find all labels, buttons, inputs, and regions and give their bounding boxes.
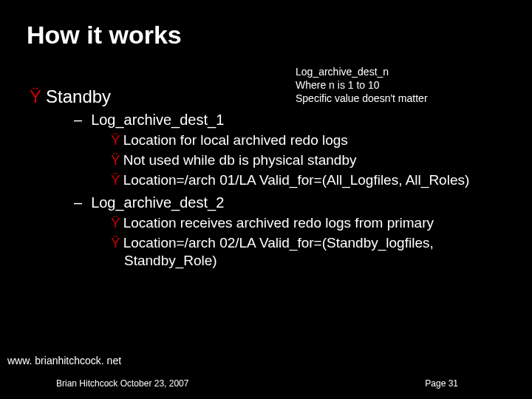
dash-icon: – — [74, 194, 82, 211]
y-bullet-icon: Ÿ — [111, 172, 120, 188]
y-bullet-icon: Ÿ — [111, 152, 120, 168]
level3-item: ŸLocation receives archived redo logs fr… — [43, 214, 502, 232]
slide-body: ŸStandby –Log_archive_dest_1 ŸLocation f… — [0, 50, 532, 270]
note-line: Log_archive_dest_n — [296, 65, 428, 78]
dash-icon: – — [74, 112, 82, 128]
level3-label: Location for local archived redo logs — [123, 132, 348, 148]
level2-label: Log_archive_dest_1 — [91, 112, 224, 128]
level3-label: Location receives archived redo logs fro… — [123, 215, 434, 231]
footer-page-number: Page 31 — [425, 378, 458, 389]
y-bullet-icon: Ÿ — [111, 215, 120, 231]
level1-label: Standby — [46, 86, 111, 106]
level2-label: Log_archive_dest_2 — [91, 194, 224, 211]
side-note: Log_archive_dest_n Where n is 1 to 10 Sp… — [296, 65, 428, 106]
level3-item: ŸNot used while db is physical standby — [43, 151, 502, 169]
footer-author-date: Brian Hitchcock October 23, 2007 — [56, 378, 188, 389]
level1-item: ŸStandby — [30, 86, 502, 107]
level2-item: –Log_archive_dest_1 — [30, 112, 502, 129]
footer-url: www. brianhitchcock. net — [7, 355, 121, 366]
level3-label: Location=/arch 02/LA Valid_for=(Standby_… — [123, 235, 434, 268]
note-line: Specific value doesn't matter — [296, 92, 428, 105]
note-line: Where n is 1 to 10 — [296, 78, 428, 92]
level3-item: ŸLocation for local archived redo logs — [43, 132, 502, 149]
slide-title: How it works — [0, 0, 532, 50]
level3-label: Location=/arch 01/LA Valid_for=(All_Logf… — [123, 172, 470, 188]
y-bullet-icon: Ÿ — [111, 132, 120, 148]
level3-item: ŸLocation=/arch 01/LA Valid_for=(All_Log… — [43, 171, 502, 189]
level2-item: –Log_archive_dest_2 — [30, 194, 502, 211]
level3-label: Not used while db is physical standby — [123, 152, 357, 168]
level3-item: ŸLocation=/arch 02/LA Valid_for=(Standby… — [43, 234, 502, 270]
y-bullet-icon: Ÿ — [111, 235, 120, 250]
y-bullet-icon: Ÿ — [30, 86, 41, 106]
